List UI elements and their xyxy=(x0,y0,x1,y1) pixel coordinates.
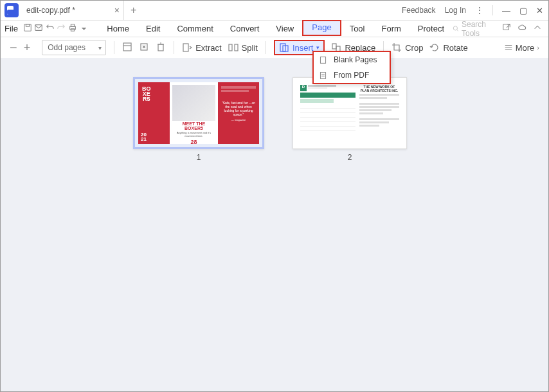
quick-dropdown-icon[interactable]: ⏷ xyxy=(78,25,90,32)
page-toolbar: − + Odd pages Extract Split Insert ▾ Rep… xyxy=(1,37,548,58)
page1-year: 20 21 xyxy=(141,132,147,141)
svg-rect-10 xyxy=(158,44,163,51)
separator xyxy=(114,41,114,54)
box-page-icon[interactable] xyxy=(122,42,132,54)
tab-view[interactable]: View xyxy=(267,21,302,36)
insert-icon xyxy=(279,42,289,53)
svg-rect-19 xyxy=(320,72,325,78)
svg-rect-4 xyxy=(71,24,74,27)
collapse-icon[interactable] xyxy=(533,23,542,35)
tab-edit[interactable]: Edit xyxy=(138,21,168,36)
page1-price: 28 xyxy=(172,139,215,145)
print-icon[interactable] xyxy=(67,23,78,34)
page-number: 1 xyxy=(133,153,264,162)
tab-page[interactable]: Page xyxy=(302,20,341,36)
page2-table-header xyxy=(300,93,356,98)
extract-icon xyxy=(182,42,192,53)
minimize-button[interactable]: — xyxy=(502,6,510,15)
menu-bar: File ⏷ Home Edit Comment Convert View Pa… xyxy=(1,21,548,37)
tab-title: edit-copy.pdf * xyxy=(26,6,75,15)
blank-page-icon xyxy=(319,56,327,64)
chevron-down-icon: ▾ xyxy=(316,44,320,51)
kebab-menu-icon[interactable]: ⋮ xyxy=(475,5,483,15)
tab-protect[interactable]: Protect xyxy=(410,21,453,36)
search-placeholder: Search Tools xyxy=(462,20,496,38)
split-icon xyxy=(228,42,239,53)
app-logo xyxy=(4,3,19,17)
svg-rect-12 xyxy=(229,44,232,51)
rotate-icon xyxy=(429,42,440,53)
zoom-in-button[interactable]: + xyxy=(24,41,31,55)
new-tab-button[interactable]: + xyxy=(130,4,136,16)
share-icon[interactable] xyxy=(502,23,511,35)
page1-quote: "Safe, fast and fun – on the road and wh… xyxy=(221,101,256,116)
separator xyxy=(492,5,493,15)
split-button[interactable]: Split xyxy=(228,42,258,53)
thumbnail-preview: D THE NEW WORK OF PLAN ARCHITECTS INC. xyxy=(292,77,407,149)
page-filter-dropdown[interactable]: Odd pages xyxy=(42,40,106,55)
page1-headline: MEET THE BOXER5 xyxy=(172,122,215,130)
page-number: 2 xyxy=(292,153,407,162)
page1-quote-src: — magazine xyxy=(221,118,256,121)
crop-button[interactable]: Crop xyxy=(392,42,423,53)
redo-icon[interactable] xyxy=(56,23,68,34)
separator xyxy=(174,41,174,54)
feedback-link[interactable]: Feedback xyxy=(402,6,436,15)
login-link[interactable]: Log In xyxy=(445,6,466,15)
more-icon xyxy=(504,43,513,52)
from-pdf-icon xyxy=(319,71,327,80)
rotate-button[interactable]: Rotate xyxy=(429,42,467,53)
svg-rect-2 xyxy=(35,25,42,31)
chevron-right-icon: › xyxy=(537,44,539,51)
search-tools[interactable]: Search Tools xyxy=(453,20,496,38)
close-window-button[interactable]: ✕ xyxy=(536,6,543,15)
svg-rect-18 xyxy=(320,57,325,63)
mail-icon[interactable] xyxy=(33,23,45,34)
page2-doc-title: THE NEW WORK OF PLAN ARCHITECTS INC. xyxy=(359,85,399,93)
tab-home[interactable]: Home xyxy=(98,21,138,36)
insert-dropdown-menu: Blank Pages From PDF xyxy=(312,51,391,84)
insert-blank-pages[interactable]: Blank Pages xyxy=(314,52,390,67)
crop-icon xyxy=(392,42,402,53)
tab-form[interactable]: Form xyxy=(374,21,410,36)
maximize-button[interactable]: ▢ xyxy=(519,6,527,15)
search-icon xyxy=(453,24,459,33)
page1-photo xyxy=(172,85,215,121)
page-thumbnail-2[interactable]: D THE NEW WORK OF PLAN ARCHITECTS INC. 2 xyxy=(292,77,407,162)
file-menu[interactable]: File xyxy=(4,24,18,33)
extract-button[interactable]: Extract xyxy=(182,42,221,53)
page1-subhead: Anything is movement and it's movement t… xyxy=(172,131,215,138)
main-tabs: Home Edit Comment Convert View Page Tool… xyxy=(98,21,453,36)
page2-tag xyxy=(300,99,334,103)
title-bar: edit-copy.pdf * × + Feedback Log In ⋮ — … xyxy=(1,1,548,21)
zoom-out-button[interactable]: − xyxy=(10,40,17,55)
tab-comment[interactable]: Comment xyxy=(168,21,221,36)
svg-rect-0 xyxy=(24,24,31,31)
document-tab[interactable]: edit-copy.pdf * × xyxy=(21,1,124,20)
delete-page-icon[interactable] xyxy=(156,42,166,54)
close-tab-icon[interactable]: × xyxy=(114,5,120,15)
separator xyxy=(266,41,266,54)
page1-boxer-logo: BO XE R5 xyxy=(142,86,151,102)
more-button[interactable]: More › xyxy=(504,43,539,53)
thumbnail-preview: BO XE R5 20 21 MEET THE BOXER5 Anything … xyxy=(133,77,264,149)
insert-from-pdf[interactable]: From PDF xyxy=(314,67,390,83)
svg-point-6 xyxy=(453,26,457,30)
tab-convert[interactable]: Convert xyxy=(222,21,268,36)
undo-icon[interactable] xyxy=(44,23,56,34)
tab-tool[interactable]: Tool xyxy=(341,21,374,36)
page-thumbnail-1[interactable]: BO XE R5 20 21 MEET THE BOXER5 Anything … xyxy=(133,77,264,162)
svg-rect-16 xyxy=(332,44,336,49)
rotate-page-icon[interactable] xyxy=(139,42,149,54)
svg-rect-7 xyxy=(503,24,509,30)
svg-rect-8 xyxy=(123,43,131,51)
svg-rect-13 xyxy=(235,44,238,51)
save-icon[interactable] xyxy=(22,23,33,34)
svg-rect-11 xyxy=(183,44,188,51)
page-thumbnails: BO XE R5 20 21 MEET THE BOXER5 Anything … xyxy=(1,58,548,162)
cloud-icon[interactable] xyxy=(518,23,526,35)
svg-rect-1 xyxy=(26,24,29,27)
